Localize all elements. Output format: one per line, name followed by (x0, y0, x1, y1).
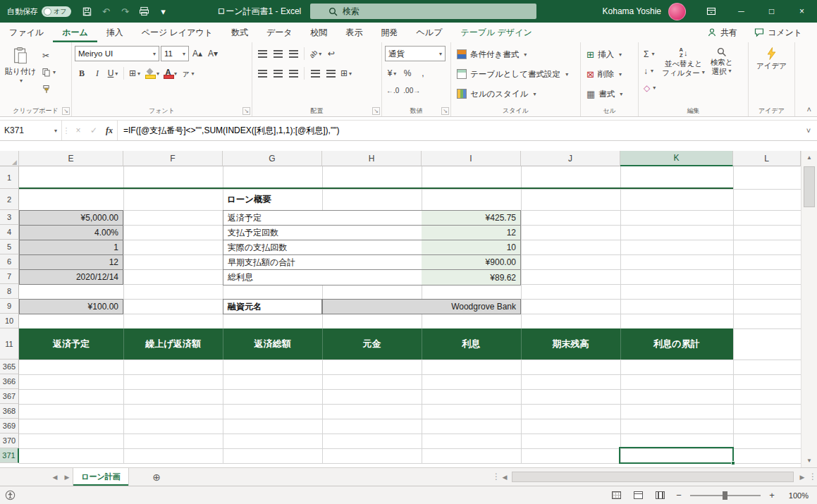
number-format-select[interactable]: 通貨▾ (385, 46, 446, 61)
tab-review[interactable]: 校閲 (302, 23, 337, 42)
comments-button[interactable]: コメント (748, 25, 809, 41)
active-cell-K371[interactable] (619, 447, 734, 464)
align-bottom-button[interactable] (286, 46, 300, 61)
summary-value-cell[interactable]: ¥425.75 (422, 211, 520, 225)
cell-G9-lender-label[interactable]: 融資元名 (223, 299, 322, 314)
tab-formulas[interactable]: 数式 (222, 23, 257, 42)
tab-insert[interactable]: 挿入 (97, 23, 133, 42)
format-as-table-button[interactable]: テーブルとして書式設定▾ (454, 65, 577, 83)
percent-style-button[interactable]: % (400, 66, 414, 81)
summary-label-cell[interactable]: 支払予定回数 (223, 226, 422, 240)
column-header-I[interactable]: I (422, 151, 521, 166)
autosave-switch[interactable]: オフ (42, 6, 71, 17)
alignment-dialog-launcher[interactable]: ↘ (372, 107, 380, 115)
cell-E9[interactable]: ¥100.00 (19, 299, 123, 314)
formula-input[interactable]: =IF([@支払番号]<>"",SUM(INDEX([利息],1,1):[@利息… (117, 121, 800, 140)
fill-color-button[interactable]: ▾ (143, 66, 161, 81)
decrease-font-size-button[interactable]: A▾ (206, 46, 220, 61)
summary-value-cell[interactable]: ¥89.62 (422, 270, 520, 285)
cancel-entry-button[interactable]: × (70, 121, 86, 140)
cell-G2-loan-summary-title[interactable]: ローン概要 (223, 189, 392, 210)
font-name-select[interactable]: Meiryo UI▾ (75, 46, 159, 61)
column-header-K[interactable]: K (620, 151, 733, 166)
row-header-10[interactable]: 10 (0, 314, 19, 328)
page-layout-view-button[interactable] (630, 488, 646, 503)
align-right-button[interactable] (286, 66, 300, 81)
collapse-ribbon-button[interactable]: ˄ (807, 105, 811, 113)
row-header-9[interactable]: 9 (0, 299, 19, 314)
sheet-nav-right-button[interactable]: ▶ (61, 468, 73, 486)
format-painter-button[interactable] (40, 82, 58, 97)
tab-table-design[interactable]: テーブル デザイン (451, 23, 541, 42)
decrease-decimal-button[interactable]: .00→ (402, 82, 422, 98)
cell-E4[interactable]: 4.00% (19, 225, 123, 240)
normal-view-button[interactable] (608, 488, 624, 503)
row-header-6[interactable]: 6 (0, 254, 19, 269)
summary-value-cell[interactable]: ¥900.00 (422, 255, 520, 269)
row-header-2[interactable]: 2 (0, 189, 19, 210)
zoom-slider-thumb[interactable] (723, 491, 727, 500)
vertical-scrollbar[interactable]: ▲ ▼ (801, 151, 817, 467)
row-header-5[interactable]: 5 (0, 240, 19, 254)
minimize-button[interactable]: ─ (726, 0, 756, 23)
accessibility-status-icon[interactable] (5, 490, 16, 500)
insert-function-button[interactable]: fx (102, 121, 117, 140)
column-header-E[interactable]: E (19, 151, 123, 166)
row-header-11[interactable]: 11 (0, 328, 19, 359)
align-middle-button[interactable] (271, 46, 285, 61)
name-box-splitter[interactable]: ⋮ (62, 126, 70, 135)
zoom-out-button[interactable]: − (674, 490, 684, 500)
column-header-G[interactable]: G (223, 151, 322, 166)
increase-indent-button[interactable] (324, 66, 338, 81)
summary-label-cell[interactable]: 早期支払額の合計 (223, 255, 422, 269)
underline-button[interactable]: U▾ (106, 66, 120, 81)
tab-help[interactable]: ヘルプ (407, 23, 452, 42)
tab-home[interactable]: ホーム (53, 23, 97, 42)
delete-cells-button[interactable]: ⊠削除▾ (584, 65, 635, 83)
row-header-3[interactable]: 3 (0, 210, 19, 225)
column-header-H[interactable]: H (322, 151, 422, 166)
row-header-368[interactable]: 368 (0, 404, 19, 419)
row-header-367[interactable]: 367 (0, 389, 19, 404)
horizontal-scrollbar-thumb[interactable] (512, 472, 794, 482)
font-dialog-launcher[interactable]: ↘ (242, 107, 250, 115)
summary-label-cell[interactable]: 返済予定 (223, 211, 422, 225)
vertical-scrollbar-thumb[interactable] (804, 166, 815, 207)
tab-page-layout[interactable]: ページ レイアウト (133, 23, 222, 42)
increase-decimal-button[interactable]: ←.0 (385, 82, 400, 98)
table-header-cell[interactable]: 繰上げ返済額 (123, 328, 223, 359)
tab-file[interactable]: ファイル (0, 23, 53, 42)
wrap-text-button[interactable]: ↩ (324, 46, 338, 61)
redo-button[interactable]: ↷ (116, 2, 134, 20)
align-left-button[interactable] (255, 66, 269, 81)
bold-button[interactable]: B (75, 66, 89, 81)
sheet-nav-left-button[interactable]: ◀ (49, 468, 61, 486)
save-button[interactable] (78, 2, 96, 20)
window-splitter[interactable]: ⋮ (809, 472, 817, 481)
sheet-tab-loan-plan[interactable]: ローン計画 (73, 468, 129, 486)
fill-button[interactable]: ↓▾ (641, 63, 658, 78)
tab-data[interactable]: データ (257, 23, 302, 42)
table-header-cell[interactable]: 利息の累計 (620, 328, 733, 359)
table-header-cell[interactable]: 元金 (322, 328, 422, 359)
clipboard-dialog-launcher[interactable]: ↘ (62, 107, 70, 115)
number-dialog-launcher[interactable]: ↘ (441, 107, 449, 115)
borders-button[interactable]: ⊞▾ (128, 66, 142, 81)
table-header-cell[interactable]: 利息 (422, 328, 521, 359)
column-header-L[interactable]: L (733, 151, 801, 166)
row-header-366[interactable]: 366 (0, 374, 19, 389)
zoom-level[interactable]: 100% (783, 491, 809, 500)
row-header-369[interactable]: 369 (0, 419, 19, 434)
user-avatar[interactable] (668, 3, 686, 20)
sort-filter-button[interactable]: AZ↓ 並べ替えと フィルター▾ (661, 45, 706, 95)
fill-handle[interactable] (731, 461, 735, 465)
table-header-cell[interactable]: 返済予定 (19, 328, 123, 359)
row-header-365[interactable]: 365 (0, 359, 19, 374)
tab-view[interactable]: 表示 (337, 23, 372, 42)
column-header-F[interactable]: F (123, 151, 223, 166)
summary-label-cell[interactable]: 実際の支払回数 (223, 240, 422, 254)
cell-H9-lender-value[interactable]: Woodgrove Bank (322, 299, 521, 314)
row-header-7[interactable]: 7 (0, 269, 19, 284)
ideas-button[interactable]: アイデア (755, 45, 788, 70)
enter-entry-button[interactable]: ✓ (86, 121, 102, 140)
